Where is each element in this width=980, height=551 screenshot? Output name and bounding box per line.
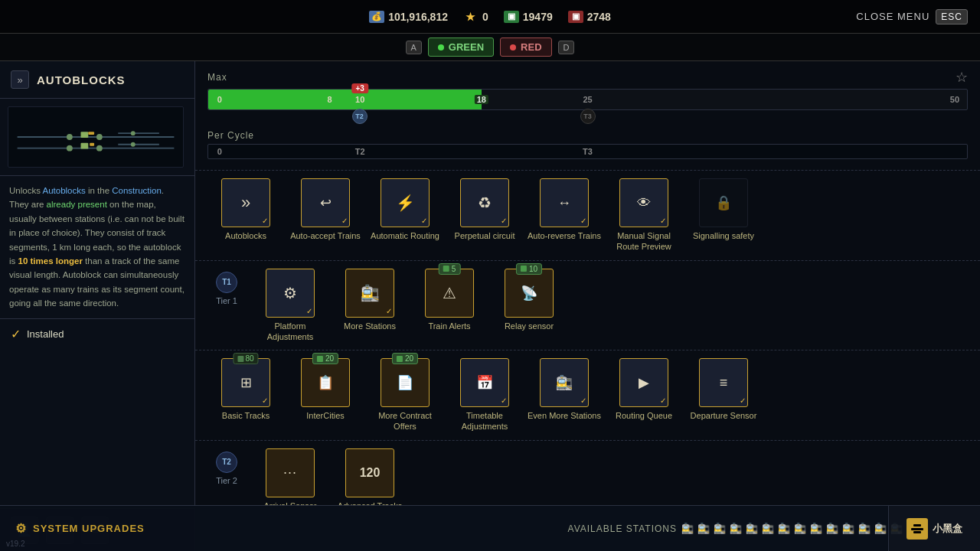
arrival-sensor-icon: ···	[283, 465, 297, 481]
relay-sensor-icon-box: 10 📡	[505, 269, 554, 318]
tab-red-label: RED	[521, 41, 541, 53]
red-dot-icon	[510, 44, 516, 51]
per-cycle-t3: T3	[583, 147, 593, 156]
tech-more-contracts[interactable]: 20 📄 More Contract Offers	[367, 358, 443, 432]
close-menu-button[interactable]: CLOSE MENU ESC	[856, 9, 968, 24]
tab-d-key[interactable]: D	[558, 41, 575, 54]
station-icon-8: 🚉	[794, 523, 807, 534]
tech-arrival-sensor[interactable]: ··· Arrival Sensor	[252, 448, 328, 505]
tab-a-key[interactable]: A	[406, 41, 422, 54]
even-more-stations-label: Even More Stations	[528, 410, 601, 421]
marker-8: 8	[327, 95, 332, 104]
tab-green-button[interactable]: GREEN	[428, 37, 494, 57]
green-currency-display: ▣ 19479	[504, 11, 553, 23]
station-icon-5: 🚉	[746, 523, 759, 534]
train-alerts-icon: ⚠	[443, 284, 456, 302]
relay-sensor-cost: 10	[516, 263, 542, 275]
basic-tracks-check: ✓	[262, 396, 268, 405]
sidebar-preview	[0, 99, 194, 176]
installed-badge: ✓ Installed	[0, 319, 194, 349]
manual-signal-icon: 👁	[637, 195, 651, 211]
tech-relay-sensor[interactable]: 10 📡 Relay sensor	[491, 269, 567, 343]
routing-queue-label: Routing Queue	[616, 410, 672, 421]
tab-red-button[interactable]: RED	[500, 37, 551, 57]
stars-display: ★ 0	[463, 11, 488, 23]
signalling-icon-box: 🔒	[699, 178, 748, 227]
favorite-button[interactable]: ☆	[956, 69, 968, 86]
tech-more-stations[interactable]: 🚉 ✓ More Stations	[332, 269, 408, 343]
system-upgrades-button[interactable]: ⚙ SYSTEM UPGRADES	[15, 521, 145, 536]
tech-platform-adj[interactable]: ⚙ ✓ Platform Adjustments	[252, 269, 328, 343]
tech-perpetual[interactable]: ♻ ✓ Perpetual circuit	[446, 178, 523, 253]
tech-train-alerts[interactable]: 5 ⚠ Train Alerts	[411, 269, 488, 343]
even-more-stations-icon-box: 🚉 ✓	[540, 358, 589, 407]
per-cycle-t2: T2	[355, 147, 365, 156]
cost-green-sq2	[521, 266, 527, 272]
signalling-icon: 🔒	[715, 194, 732, 211]
auto-reverse-check: ✓	[580, 217, 586, 225]
tech-even-more-stations[interactable]: 🚉 ✓ Even More Stations	[526, 358, 603, 432]
cost-green-sq3	[317, 356, 323, 362]
station-icon-6: 🚉	[762, 523, 775, 534]
station-icon-11: 🚉	[842, 523, 855, 534]
tech-auto-reverse[interactable]: ↔ ✓ Auto-reverse Trains	[526, 178, 603, 253]
basic-tracks-num-icon	[237, 356, 243, 362]
tier2-top-items: 80 ⊞ ✓ Basic Tracks 20 📋 InterCities	[207, 358, 968, 432]
autoblocks-icon: »	[241, 193, 250, 213]
green-currency-icon: ▣	[504, 11, 519, 23]
departure-sensor-icon: ≡	[720, 375, 728, 391]
red-currency-display: ▣ 2748	[568, 11, 611, 23]
arrival-sensor-icon-box: ···	[266, 448, 315, 497]
tech-routing-queue[interactable]: ▶ ✓ Routing Queue	[606, 358, 682, 432]
autoblocks-check: ✓	[262, 217, 268, 225]
bottom-bar: ⚙ SYSTEM UPGRADES AVAILABLE STATIONS 🚉 🚉…	[0, 505, 980, 551]
relay-sensor-label: Relay sensor	[505, 321, 554, 331]
departure-sensor-check: ✓	[740, 396, 746, 405]
tech-advanced-tracks[interactable]: 120 Advanced Tracks	[332, 448, 408, 505]
progress-bar: 0 +3 8 10 18 25 50	[207, 89, 968, 110]
marker-18: 18	[475, 95, 488, 104]
station-icon-7: 🚉	[778, 523, 791, 534]
intercities-cost: 20	[312, 353, 338, 364]
intercities-label: InterCities	[306, 410, 345, 421]
marker-25: 25	[583, 95, 592, 104]
signalling-label: Signalling safety	[693, 230, 754, 241]
station-icon-1: 🚉	[681, 523, 694, 534]
tier2-items: ··· Arrival Sensor 120 Advanced Tracks	[252, 448, 968, 505]
tech-auto-accept[interactable]: ↩ ✓ Auto-accept Trains	[287, 178, 364, 253]
sidebar-expand-button[interactable]: »	[11, 70, 29, 89]
tech-auto-routing[interactable]: ⚡ ✓ Automatic Routing	[367, 178, 443, 253]
svg-point-5	[96, 145, 103, 152]
installed-label: Installed	[27, 328, 64, 340]
close-menu-label: CLOSE MENU	[856, 11, 929, 22]
timetable-adj-label: Timetable Adjustments	[446, 410, 523, 432]
tech-intercities[interactable]: 20 📋 InterCities	[287, 358, 364, 432]
departure-sensor-label: Departure Sensor	[691, 410, 757, 421]
train-alerts-cost: 5	[439, 263, 461, 275]
more-stations-icon-box: 🚉 ✓	[345, 269, 394, 318]
svg-rect-6	[81, 132, 89, 138]
tech-timetable-adj[interactable]: 📅 ✓ Timetable Adjustments	[446, 358, 523, 432]
tier0-items: » ✓ Autoblocks ↩ ✓ Auto-accept Trains ⚡ …	[207, 178, 968, 253]
station-icons-list: 🚉 🚉 🚉 🚉 🚉 🚉 🚉 🚉 🚉 🚉 🚉 🚉 🚉 🚉	[681, 523, 903, 534]
auto-reverse-icon-box: ↔ ✓	[540, 178, 589, 227]
tech-basic-tracks[interactable]: 80 ⊞ ✓ Basic Tracks	[207, 358, 284, 432]
basic-tracks-icon: ⊞	[240, 374, 252, 391]
autoblocks-icon-box: » ✓	[221, 178, 270, 227]
svg-point-12	[131, 131, 136, 135]
auto-routing-icon: ⚡	[396, 194, 415, 212]
manual-signal-label: Manual Signal Route Preview	[606, 230, 682, 253]
tech-departure-sensor[interactable]: ≡ ✓ Departure Sensor	[685, 358, 762, 432]
platform-adj-icon-box: ⚙ ✓	[266, 269, 315, 318]
tech-signalling[interactable]: 🔒 Signalling safety	[685, 178, 762, 253]
tech-manual-signal[interactable]: 👁 ✓ Manual Signal Route Preview	[606, 178, 682, 253]
sidebar: » AUTOBLOCKS Unlocks Auto	[0, 61, 195, 505]
stars-value: 0	[482, 11, 488, 23]
station-icon-4: 🚉	[730, 523, 743, 534]
main-content[interactable]: Max ☆ 0 +3 8 10 18 25 50 T2 T3	[195, 61, 980, 505]
tech-autoblocks[interactable]: » ✓ Autoblocks	[207, 178, 284, 253]
progress-fill	[208, 90, 482, 109]
basic-tracks-label: Basic Tracks	[222, 410, 270, 421]
more-contracts-icon: 📄	[397, 374, 413, 391]
autoblocks-label: Autoblocks	[225, 230, 266, 241]
